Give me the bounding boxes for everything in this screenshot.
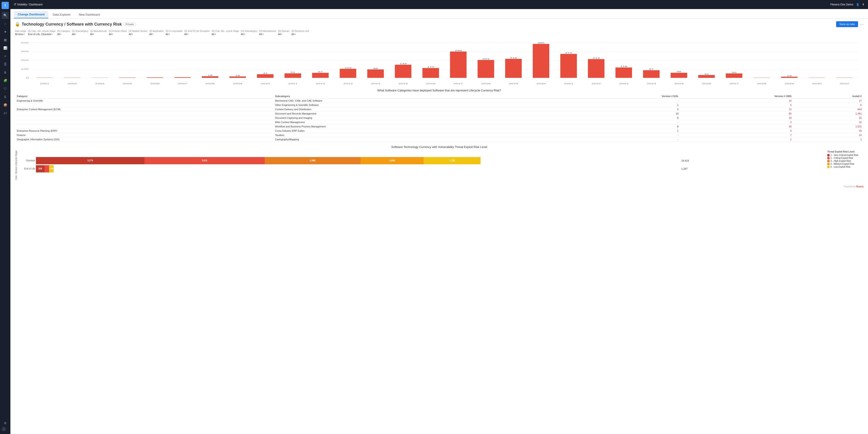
svg-text:2026: 2026: [702, 83, 711, 85]
cell-eol: 6: [569, 116, 680, 120]
sidebar-icon-star[interactable]: ★: [2, 28, 9, 35]
stacked-bar-wrap: Calc. Version Lifecycle Stage Obsolete3,…: [15, 150, 824, 180]
cell-eol: -: [569, 99, 680, 103]
filter-select-2[interactable]: All: [57, 33, 70, 36]
filter-select-9[interactable]: All: [184, 33, 210, 36]
stacked-row-label: Obsolete: [19, 159, 35, 162]
sidebar-icon-grid[interactable]: ▦: [2, 36, 9, 44]
filter-select-0[interactable]: All time: [15, 33, 26, 36]
footer: Powered by flexera: [10, 184, 868, 189]
filter-label-2: (S) Category: [57, 30, 70, 32]
filter-select-13[interactable]: All: [278, 33, 289, 36]
stacked-bars: Obsolete3,2743,6312,8881,9061,72019,419E…: [19, 157, 824, 173]
svg-text:2002: 2002: [68, 83, 77, 85]
stacked-segment: 258: [36, 165, 44, 172]
share-icon[interactable]: ⬆: [862, 3, 864, 6]
svg-text:2019: 2019: [509, 83, 518, 85]
footer-brand: flexera: [856, 185, 864, 188]
sidebar-icon-dollar[interactable]: $: [2, 93, 9, 100]
tab-data-explorer[interactable]: Data Explorer: [49, 11, 74, 18]
svg-text:13: 13: [787, 75, 792, 77]
svg-text:2029: 2029: [784, 83, 794, 85]
svg-rect-12: [64, 78, 81, 78]
legend-item: 5 - Low Exploit Risk: [827, 166, 864, 168]
cell-obs: 12: [680, 107, 794, 112]
filter-label-9: (S) End Of Life Exception: [184, 30, 210, 32]
sidebar-icon-settings[interactable]: ⚙: [2, 419, 9, 427]
cell-eol: -: [569, 120, 680, 124]
more-options-icon[interactable]: ⋯: [860, 22, 864, 27]
sidebar-icon-puzzle[interactable]: 🧩: [2, 77, 9, 84]
sidebar-icon-chart-bar[interactable]: 📊: [2, 45, 9, 52]
filter-select-10[interactable]: All: [212, 33, 239, 36]
svg-text:2004: 2004: [95, 83, 105, 85]
svg-rect-28: [257, 74, 274, 78]
sidebar-icon-monitor[interactable]: 🖥: [2, 69, 9, 76]
svg-text:2024: 2024: [647, 83, 656, 85]
filter-select-1[interactable]: End of Life, Obsolete: [28, 33, 55, 36]
sidebar-icon-database[interactable]: 🗄: [2, 61, 9, 68]
svg-text:272: 272: [565, 52, 572, 54]
col-subcategory: Subcategory: [273, 94, 569, 99]
legend-color: [827, 157, 830, 159]
svg-text:300: 300: [21, 50, 29, 53]
tab-change-dashboard[interactable]: Change Dashboard: [14, 11, 48, 18]
filter-label-7: (S) Application: [149, 30, 164, 32]
table-row: Enterprise Content Management (ECM) Cont…: [15, 107, 864, 112]
svg-rect-70: [643, 70, 659, 78]
filter-select-5[interactable]: All: [109, 33, 127, 36]
filter-select-8[interactable]: All: [166, 33, 182, 36]
stacked-chart-title: Software Technology Currency with Vulner…: [15, 145, 864, 149]
sidebar-icon-box[interactable]: 📦: [2, 102, 9, 109]
filter-select-12[interactable]: All: [259, 33, 276, 36]
table-section: What Software Categories have deployed S…: [10, 87, 868, 143]
save-as-new-button[interactable]: Save as new: [836, 21, 858, 27]
cell-category: [15, 103, 273, 107]
cell-category: Geographic Information Systems (GIS): [15, 137, 273, 142]
svg-text:2011: 2011: [288, 83, 298, 85]
svg-rect-58: [533, 44, 549, 78]
stacked-y-axis-label: Calc. Version Lifecycle Stage: [15, 150, 18, 180]
cell-obs: 3: [680, 120, 794, 124]
table-row: Web Content Management - 3 32: [15, 120, 864, 124]
stacked-bar[interactable]: 3,2743,6312,8881,9061,720: [36, 157, 680, 164]
filter-product: (S) Product (New) All: [109, 30, 127, 36]
bar-chart[interactable]: 0100200300400200120022004200520062007182…: [15, 39, 864, 85]
svg-text:2013: 2013: [343, 83, 353, 85]
tab-new-dashboard[interactable]: New Dashboard: [75, 11, 103, 18]
svg-rect-73: [671, 73, 687, 78]
topbar-right: Flexera One Demo 👤 ⬆: [831, 3, 864, 6]
sidebar-icon-search[interactable]: 🔍: [2, 12, 9, 19]
topbar: IT Visibility / Dashboard Flexera One De…: [10, 0, 868, 9]
stacked-legend-items: 1 - Very Critical Exploit Risk2 - Critic…: [827, 154, 864, 168]
sidebar: f 🔍 ⌂ ★ ▦ 📊 ≡ 🗄 🖥 🧩 🛡 $ 📦 🏷 ⚙ «: [0, 0, 10, 434]
sidebar-icon-home[interactable]: ⌂: [2, 20, 9, 27]
svg-rect-31: [285, 73, 301, 78]
main-content: IT Visibility / Dashboard Flexera One De…: [10, 0, 868, 434]
legend-item: 1 - Very Critical Exploit Risk: [827, 154, 864, 156]
filter-select-6[interactable]: All: [129, 33, 147, 36]
filter-select-3[interactable]: All: [72, 33, 88, 36]
filter-select-4[interactable]: All: [90, 33, 107, 36]
svg-text:18: 18: [208, 74, 213, 76]
stacked-bar[interactable]: 258139: [36, 165, 680, 172]
svg-rect-40: [367, 69, 384, 78]
breadcrumb-page[interactable]: Dashboard: [29, 3, 42, 6]
sidebar-icon-list[interactable]: ≡: [2, 53, 9, 60]
sidebar-icon-tag[interactable]: 🏷: [2, 110, 9, 117]
svg-text:2027: 2027: [730, 83, 739, 85]
user-icon[interactable]: 👤: [856, 3, 860, 6]
filter-select-11[interactable]: All: [241, 33, 257, 36]
col-version-obs: Version # OBS: [680, 94, 794, 99]
sidebar-collapse-button[interactable]: «: [2, 427, 6, 431]
sidebar-icon-shield[interactable]: 🛡: [2, 85, 9, 92]
legend-color: [827, 166, 830, 168]
svg-text:2020: 2020: [536, 83, 546, 85]
filter-licensable: (S) Is Licensable All: [166, 30, 182, 36]
filter-select-14[interactable]: All: [291, 33, 309, 36]
table-header-row: Category Subcategory Version # EOL Versi…: [15, 94, 864, 99]
table-row: Geographic Information Systems (GIS) Car…: [15, 137, 864, 142]
filter-select-7[interactable]: All: [149, 33, 164, 36]
cell-subcategory: Taxation: [273, 133, 569, 137]
filter-label-1: (S) Calc. Ver...ecycle Stage: [28, 30, 55, 32]
